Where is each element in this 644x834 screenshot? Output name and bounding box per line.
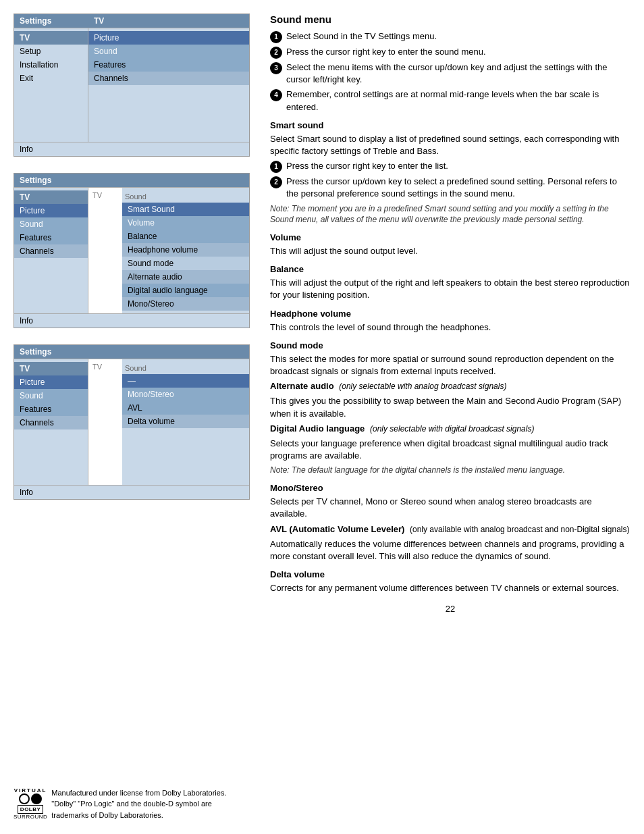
menu1-right-col: Picture Sound Features Channels <box>88 28 249 142</box>
menu1-left-setup[interactable]: Setup <box>14 45 88 58</box>
menu3-left-sound[interactable]: Sound <box>14 389 88 402</box>
dolby-circle-left <box>19 793 30 804</box>
dolby-circle-right <box>31 793 42 804</box>
headphone-volume-heading: Headphone volume <box>270 309 630 319</box>
menu1-left-empty2 <box>14 99 88 112</box>
dolby-label: DOLBY <box>18 805 44 814</box>
menu3-right-empty3 <box>122 455 249 469</box>
menu3-left-empty2 <box>14 443 88 457</box>
virtual-label: VIRTUAL <box>14 787 47 793</box>
menu1-left-col: TV Setup Installation Exit <box>14 28 88 142</box>
menu1-right-channels[interactable]: Channels <box>88 72 249 85</box>
menu2-left-sound[interactable]: Sound <box>14 217 88 231</box>
step-4-text: Remember, control settings are at normal… <box>286 88 630 113</box>
balance-heading: Balance <box>270 264 630 274</box>
menu2-right-col: Sound Smart Sound Volume Balance Headpho… <box>122 188 249 313</box>
menu2-right-volume[interactable]: Volume <box>122 216 249 230</box>
menu1-left-tv[interactable]: TV <box>14 31 88 45</box>
menu2-left-channels[interactable]: Channels <box>14 244 88 258</box>
menu2-info: Info <box>14 313 249 328</box>
menu3-right-deltavolume[interactable]: Delta volume <box>122 415 249 428</box>
alternate-audio-heading: Alternate audio <box>270 381 334 391</box>
step-3-text: Select the menu items with the cursor up… <box>286 61 630 86</box>
step-1-circle: 1 <box>270 31 282 43</box>
menu2-settings-label: Settings <box>20 176 87 185</box>
menu1-info: Info <box>14 142 249 156</box>
step-2: 2 Press the cursor right key to enter th… <box>270 46 630 59</box>
dolby-logo: VIRTUAL DOLBY SURROUND <box>14 787 47 820</box>
alternate-audio-heading-para: Alternate audio (only selectable with an… <box>270 380 630 392</box>
menu2-left-features[interactable]: Features <box>14 231 88 244</box>
menu-topbar-1: Settings TV <box>14 14 249 28</box>
menu1-right-picture[interactable]: Picture <box>88 31 249 45</box>
smart-sound-step1: 1 Press the cursor right key to enter th… <box>270 160 630 173</box>
menu3-sound-label: Sound <box>122 362 249 374</box>
smart-sound-body: Select Smart sound to display a list of … <box>270 133 630 157</box>
menu2-right-headphone[interactable]: Headphone volume <box>122 243 249 257</box>
menu-box-3: Settings TV Picture Sound Features Chann… <box>14 344 250 500</box>
logos-area: VIRTUAL DOLBY SURROUND Manufactured unde… <box>14 774 250 821</box>
surround-label: SURROUND <box>14 814 47 820</box>
menu3-left-features[interactable]: Features <box>14 402 88 416</box>
step-3: 3 Select the menu items with the cursor … <box>270 61 630 86</box>
menu3-left-channels[interactable]: Channels <box>14 416 88 429</box>
menu1-right-empty2 <box>88 99 249 112</box>
menu3-right-empty2 <box>122 442 249 455</box>
menu3-left-picture[interactable]: Picture <box>14 375 88 389</box>
mono-stereo-body: Selects per TV channel, Mono or Stereo s… <box>270 496 630 520</box>
menu1-right-empty1 <box>88 85 249 99</box>
dolby-circles <box>19 793 42 804</box>
menu1-left-empty1 <box>14 85 88 99</box>
menu3-left-tv[interactable]: TV <box>14 362 88 375</box>
headphone-volume-body: This controls the level of sound through… <box>270 321 630 334</box>
menu2-sound-label: Sound <box>122 190 249 203</box>
menu1-right-sound[interactable]: Sound <box>88 45 249 58</box>
digital-audio-heading: Digital Audio language <box>270 423 365 434</box>
ss-step2-circle: 2 <box>270 176 282 188</box>
dolby-text: Manufactured under license from Dolby La… <box>51 787 250 821</box>
menu1-left-installation[interactable]: Installation <box>14 58 88 72</box>
menu1-left-exit[interactable]: Exit <box>14 72 88 85</box>
menu3-right-avl[interactable]: AVL <box>122 401 249 415</box>
avl-heading: AVL (Automatic Volume Leveler) <box>270 524 404 534</box>
alternate-audio-qualifier: (only selectable with analog broadcast s… <box>339 382 506 391</box>
menu2-right-smartsound[interactable]: Smart Sound <box>122 203 249 216</box>
delta-volume-body: Corrects for any permanent volume differ… <box>270 582 630 594</box>
menu3-right-monostereo[interactable]: Mono/Stereo <box>122 388 249 401</box>
avl-qualifier: (only available with analog broadcast an… <box>410 525 630 534</box>
menu2-right-balance[interactable]: Balance <box>122 230 249 243</box>
sound-mode-heading: Sound mode <box>270 340 630 350</box>
menu1-right-empty3 <box>88 112 249 126</box>
smart-sound-step2: 2 Press the cursor up/down key to select… <box>270 176 630 200</box>
menu3-settings-label: Settings <box>20 347 87 357</box>
balance-body: This will adjust the output of the right… <box>270 277 630 301</box>
menu3-right-dash[interactable]: — <box>122 374 249 388</box>
ss-step2-text: Press the cursor up/down key to select a… <box>286 176 630 200</box>
right-column: Sound menu 1 Select Sound in the TV Sett… <box>263 14 630 820</box>
menu2-mid-label: TV <box>88 188 122 313</box>
menu2-right-digitalaudio[interactable]: Digital audio language <box>122 284 249 297</box>
menu2-right-soundmode[interactable]: Sound mode <box>122 257 249 270</box>
smart-sound-note: Note: The moment you are in a predefined… <box>270 203 630 226</box>
menu3-left-empty1 <box>14 429 88 443</box>
menu2-left-col: TV Picture Sound Features Channels <box>14 188 88 313</box>
smart-sound-heading: Smart sound <box>270 120 630 130</box>
menu2-left-empty1 <box>14 258 88 271</box>
menu2-right-altaudio[interactable]: Alternate audio <box>122 270 249 284</box>
step-1-text: Select Sound in the TV Settings menu. <box>286 30 437 43</box>
volume-body: This will adjust the sound output level. <box>270 245 630 257</box>
menu2-tv-sublabel: TV <box>92 189 102 201</box>
menu2-left-picture[interactable]: Picture <box>14 204 88 217</box>
menu1-right-features[interactable]: Features <box>88 58 249 72</box>
menu2-left-tv[interactable]: TV <box>14 190 88 204</box>
sound-menu-heading: Sound menu <box>270 14 630 25</box>
dolby-symbol: VIRTUAL DOLBY SURROUND <box>14 787 47 820</box>
alternate-audio-body: This gives you the possibility to swap b… <box>270 395 630 419</box>
step-1: 1 Select Sound in the TV Settings menu. <box>270 30 630 43</box>
menu2-right-monostereo[interactable]: Mono/Stereo <box>122 297 249 311</box>
menu1-left-empty4 <box>14 126 88 139</box>
menu2-left-empty2 <box>14 271 88 285</box>
step-2-circle: 2 <box>270 47 282 59</box>
digital-audio-note: Note: The default language for the digit… <box>270 465 630 476</box>
ss-step1-circle: 1 <box>270 161 282 173</box>
